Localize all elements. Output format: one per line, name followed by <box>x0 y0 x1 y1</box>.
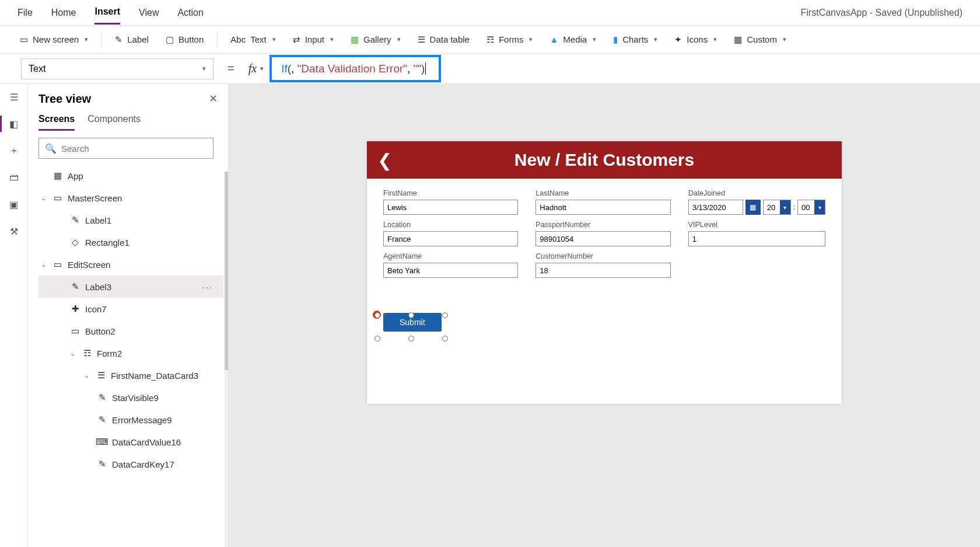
text-icon: Abc <box>230 34 246 44</box>
tree-list: ▦App⌄▭MasterScreen✎Label1◇Rectangle1⌄▭Ed… <box>38 165 223 475</box>
tree-item-label: Button2 <box>85 326 116 336</box>
search-icon: 🔍 <box>45 143 57 154</box>
menu-action[interactable]: Action <box>177 2 203 24</box>
equals-sign: = <box>228 62 235 75</box>
custnum-input[interactable] <box>536 263 670 278</box>
tree-item-icon7[interactable]: ✚Icon7 <box>38 298 223 320</box>
vip-input[interactable] <box>688 231 825 246</box>
insert-ribbon: ▭New screen▾ ✎Label ▢Button AbcText▾ ⇄In… <box>0 26 980 54</box>
tree-item-starvisible9[interactable]: ✎StarVisible9 <box>38 386 223 409</box>
passport-label: PassportNumber <box>536 221 670 229</box>
expand-icon[interactable]: ⌄ <box>41 261 48 269</box>
tree-item-label: StarVisible9 <box>112 393 159 403</box>
location-input[interactable] <box>383 231 518 246</box>
tree-item-button2[interactable]: ▭Button2 <box>38 320 223 342</box>
chevron-down-icon[interactable]: ▾ <box>383 311 387 318</box>
fx-icon[interactable]: fx <box>249 62 257 75</box>
menu-file[interactable]: File <box>18 2 33 24</box>
formula-input[interactable]: If(, "Data Validation Error", "") <box>270 55 441 82</box>
expand-icon[interactable]: ⌄ <box>70 350 77 357</box>
gallery-button[interactable]: ▦Gallery▾ <box>342 31 410 48</box>
advanced-tools-icon[interactable]: ⚒ <box>8 225 20 237</box>
tree-item-label: Form2 <box>97 349 122 358</box>
input-button[interactable]: ⇄Input▾ <box>285 31 342 48</box>
passport-input[interactable] <box>536 231 670 246</box>
tree-view-icon[interactable]: ◧ <box>8 118 20 130</box>
agent-input[interactable] <box>383 263 518 278</box>
form-icon: ☶ <box>82 348 92 358</box>
chevron-down-icon: ▾ <box>780 200 790 214</box>
media-button[interactable]: ▲Media▾ <box>541 31 605 48</box>
screen-icon: ▭ <box>52 259 63 270</box>
minute-select[interactable]: 00▾ <box>797 200 825 215</box>
menu-home[interactable]: Home <box>51 2 76 24</box>
icons-button[interactable]: ✦Icons▾ <box>666 31 726 48</box>
label-icon: ✎ <box>115 34 123 45</box>
menu-insert[interactable]: Insert <box>94 1 120 25</box>
tree-item-label: Icon7 <box>85 304 107 314</box>
label-icon: ✎ <box>97 459 107 469</box>
scrollbar-thumb[interactable] <box>225 172 228 370</box>
custom-icon: ▦ <box>734 34 742 45</box>
forms-button[interactable]: ☶Forms▾ <box>478 31 542 48</box>
firstname-input[interactable] <box>383 200 518 215</box>
button-button[interactable]: ▢Button <box>158 31 212 48</box>
rect-icon: ◇ <box>70 237 80 248</box>
tree-item-label: Label3 <box>85 282 111 292</box>
tree-item-errormessage9[interactable]: ✎ErrorMessage9 <box>38 409 223 431</box>
data-icon[interactable]: 🗃 <box>8 172 20 183</box>
datatable-button[interactable]: ☰Data table <box>410 31 478 48</box>
app-icon: ▦ <box>52 170 63 181</box>
chevron-down-icon[interactable]: ▾ <box>260 65 264 72</box>
iconctrl-icon: ✚ <box>70 304 80 314</box>
date-input[interactable] <box>688 200 743 215</box>
tree-item-rectangle1[interactable]: ◇Rectangle1 <box>38 231 223 253</box>
menu-view[interactable]: View <box>139 2 159 24</box>
tree-item-datacardvalue16[interactable]: ⌨DataCardValue16 <box>38 431 223 453</box>
label-icon: ✎ <box>70 281 80 292</box>
tree-item-firstname_datacard3[interactable]: ⌄☰FirstName_DataCard3 <box>38 364 223 386</box>
screen-icon: ▭ <box>20 34 28 45</box>
form-title: New / Edit Customers <box>514 150 694 170</box>
tree-item-label3[interactable]: ✎Label3··· <box>38 276 223 298</box>
tree-item-app[interactable]: ▦App <box>38 165 223 187</box>
search-input[interactable] <box>61 144 207 154</box>
expand-icon[interactable]: ⌄ <box>84 372 91 379</box>
lastname-label: LastName <box>536 189 670 197</box>
property-selector[interactable]: Text▾ <box>21 58 214 79</box>
tree-item-datacardkey17[interactable]: ✎DataCardKey17 <box>38 453 223 475</box>
hour-select[interactable]: 20▾ <box>763 200 791 215</box>
form-header: ❮ New / Edit Customers <box>367 141 842 179</box>
vip-label: VIPLevel <box>688 221 825 229</box>
tree-item-label1[interactable]: ✎Label1 <box>38 209 223 231</box>
tree-item-editscreen[interactable]: ⌄▭EditScreen <box>38 253 223 276</box>
tab-components[interactable]: Components <box>88 114 141 131</box>
tab-screens[interactable]: Screens <box>38 114 75 131</box>
expand-icon[interactable]: ⌄ <box>41 194 48 202</box>
more-icon[interactable]: ··· <box>202 282 213 292</box>
add-icon[interactable]: ＋ <box>8 145 20 156</box>
top-menu: File Home Insert View Action FirstCanvas… <box>0 0 980 26</box>
icons-icon: ✦ <box>674 34 682 45</box>
tree-item-label: Rectangle1 <box>85 238 130 248</box>
text-button[interactable]: AbcText▾ <box>222 31 284 48</box>
custom-button[interactable]: ▦Custom▾ <box>726 31 795 48</box>
tree-item-form2[interactable]: ⌄☶Form2 <box>38 342 223 364</box>
search-box[interactable]: 🔍 <box>38 138 214 159</box>
hamburger-icon[interactable]: ☰ <box>8 91 20 103</box>
calendar-icon[interactable]: ▦ <box>746 200 761 215</box>
firstname-label: FirstName <box>383 189 518 197</box>
back-icon[interactable]: ❮ <box>377 150 392 170</box>
close-icon[interactable]: ✕ <box>209 92 218 105</box>
lastname-input[interactable] <box>536 200 670 215</box>
selected-label-control[interactable]: ✕ ▾ <box>377 315 445 339</box>
label-icon: ✎ <box>97 392 107 403</box>
media-panel-icon[interactable]: ▣ <box>8 198 20 210</box>
new-screen-button[interactable]: ▭New screen▾ <box>12 31 97 48</box>
app-title: FirstCanvasApp - Saved (Unpublished) <box>801 8 963 18</box>
charts-button[interactable]: ▮Charts▾ <box>605 31 666 48</box>
label-button[interactable]: ✎Label <box>107 31 158 48</box>
tree-item-label: DataCardValue16 <box>112 437 181 447</box>
tree-item-label: FirstName_DataCard3 <box>111 371 198 381</box>
tree-item-masterscreen[interactable]: ⌄▭MasterScreen <box>38 187 223 209</box>
